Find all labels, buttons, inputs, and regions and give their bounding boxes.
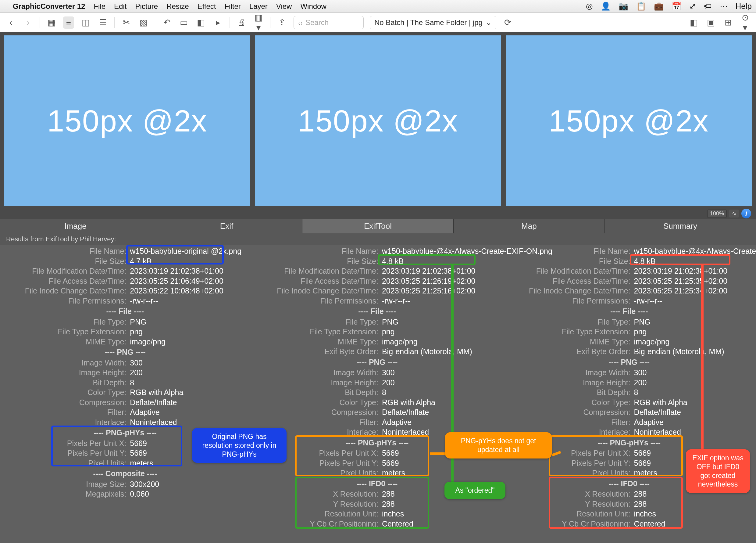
tag-icon[interactable]: 🏷 (704, 2, 712, 11)
exif-label: File Permissions: (256, 296, 382, 306)
exif-row: Compression:Deflate/Inflate (256, 407, 499, 417)
menu-view[interactable]: View (276, 2, 292, 11)
ellipsis-icon[interactable]: ⋯ (720, 2, 728, 11)
search-input[interactable]: ⌕ Search (294, 16, 364, 29)
exif-label: File Name: (4, 246, 130, 256)
menu-effect[interactable]: Effect (198, 2, 216, 11)
exif-row: File Size:4.8 kB (508, 256, 751, 266)
exif-row: MIME Type:image/png (4, 337, 247, 347)
tab-summary[interactable]: Summary (605, 219, 756, 233)
more-icon[interactable]: ⊙ ▾ (740, 12, 751, 33)
briefcase-icon[interactable]: 💼 (654, 2, 664, 11)
histogram-icon[interactable]: ∿ (729, 209, 739, 217)
export-icon[interactable]: ⟳ (502, 17, 513, 27)
exif-value: 2023:05:25 21:25:34+02:00 (634, 286, 751, 296)
exif-row: File Name:w150-babyblue-@4x-Always-Creat… (256, 246, 499, 256)
chevron-down-icon: ⌄ (486, 18, 492, 27)
exif-value: inches (634, 509, 751, 519)
panel1-icon[interactable]: ◧ (688, 17, 699, 27)
stack-icon[interactable]: ▸ (212, 17, 223, 27)
exif-value: 200 (634, 378, 751, 388)
print-icon[interactable]: 🖨 (236, 17, 247, 27)
nav-back-icon[interactable]: ‹ (5, 18, 16, 27)
thumbnail-1[interactable]: 150px @2x (4, 35, 250, 206)
app-name[interactable]: GraphicConverter 12 (13, 2, 85, 11)
share-icon[interactable]: ⇪ (276, 17, 287, 27)
exif-row: Color Type:RGB with Alpha (256, 398, 499, 408)
results-source-line: Results from ExifTool by Phil Harvey: (0, 233, 756, 245)
paint-icon[interactable]: ▧ (138, 17, 149, 27)
exif-value: 0.060 (130, 489, 246, 499)
exif-label: Image Width: (508, 368, 634, 378)
exif-row: File Name:w150-babyblue-original @2x.png (4, 246, 247, 256)
exif-value: 288 (382, 499, 498, 509)
menu-layer[interactable]: Layer (249, 2, 268, 11)
exif-data-pane: File Name:w150-babyblue-original @2x.png… (0, 245, 756, 543)
exif-value: Deflate/Inflate (130, 398, 246, 408)
exif-row: Filter:Adaptive (4, 407, 247, 417)
tab-map[interactable]: Map (454, 219, 605, 233)
menu-file[interactable]: File (94, 2, 105, 11)
exif-row: Megapixels:0.060 (4, 489, 247, 499)
callout-original: Original PNG has resolution stored only … (192, 428, 287, 463)
user-icon[interactable]: 👤 (601, 2, 611, 11)
exif-value: w150-babyblue-@4x-Always-Create-EXIF-OFF… (634, 246, 756, 256)
tab-exiftool[interactable]: ExifTool (302, 219, 454, 233)
calendar-icon[interactable]: 📅 (672, 2, 681, 11)
nav-forward-icon[interactable]: › (23, 18, 34, 27)
card-icon[interactable]: ▭ (178, 17, 189, 27)
exif-value: png (130, 327, 246, 337)
size-icon[interactable]: ▥ ▾ (253, 12, 264, 33)
view-detail-icon[interactable]: ☰ (97, 17, 108, 27)
exif-value: 300 (634, 368, 751, 378)
exif-label: Y Resolution: (508, 499, 634, 509)
exif-value: 2023:05:25 21:06:49+02:00 (130, 276, 246, 286)
compress-icon[interactable]: ⤢ (689, 2, 696, 11)
exif-label: File Inode Change Date/Time: (508, 286, 634, 296)
exif-row: Y Resolution:288 (256, 499, 499, 509)
exif-row: File Inode Change Date/Time:2023:05:22 1… (4, 286, 247, 296)
camera-icon[interactable]: 📷 (619, 2, 628, 11)
target-icon[interactable]: ◎ (586, 2, 593, 11)
exif-label: Megapixels: (4, 489, 130, 499)
exif-value: 8 (382, 388, 498, 398)
exif-value: RGB with Alpha (634, 398, 751, 408)
crop-icon[interactable]: ✂ (121, 17, 132, 27)
section-header: ---- File ---- (256, 306, 499, 317)
exif-row: Image Height:200 (256, 378, 499, 388)
exif-value: -rw-r--r-- (382, 296, 498, 306)
tab-image[interactable]: Image (0, 219, 151, 233)
panel3-icon[interactable]: ⊞ (722, 17, 733, 27)
thumbnail-2[interactable]: 150px @2x (255, 35, 501, 206)
menu-window[interactable]: Window (300, 2, 326, 11)
exif-row: Exif Byte Order:Big-endian (Motorola, MM… (256, 347, 499, 357)
info-icon[interactable]: i (741, 209, 751, 218)
menu-picture[interactable]: Picture (135, 2, 158, 11)
exif-value: RGB with Alpha (382, 398, 498, 408)
clipboard-icon[interactable]: 📋 (636, 2, 646, 11)
exif-label: File Access Date/Time: (508, 276, 634, 286)
exif-value: png (382, 327, 498, 337)
tab-exif[interactable]: Exif (151, 219, 302, 233)
view-grid-icon[interactable]: ▦ (46, 17, 57, 27)
callout-ordered: As "ordered" (444, 482, 505, 499)
exif-value: png (634, 327, 751, 337)
exif-row: Color Type:RGB with Alpha (4, 388, 247, 398)
tag2-icon[interactable]: ◧ (195, 17, 206, 27)
menu-edit[interactable]: Edit (114, 2, 127, 11)
exif-value: 2023:05:22 10:08:48+02:00 (130, 286, 246, 296)
exif-row: Image Width:300 (256, 368, 499, 378)
view-list-icon[interactable]: ≡ (63, 16, 74, 29)
thumbnail-3[interactable]: 150px @2x (506, 35, 752, 206)
zoom-badge[interactable]: 100% (707, 209, 727, 218)
exif-label: Color Type: (4, 388, 130, 398)
exif-label: File Type: (4, 317, 130, 327)
view-columns-icon[interactable]: ◫ (80, 17, 91, 27)
undo-icon[interactable]: ↶ (161, 17, 172, 27)
menu-help[interactable]: Help (736, 2, 752, 11)
menu-filter[interactable]: Filter (224, 2, 241, 11)
batch-dropdown[interactable]: No Batch | The Same Folder | jpg ⌄ (370, 16, 496, 29)
panel2-icon[interactable]: ▣ (705, 17, 716, 27)
menu-resize[interactable]: Resize (166, 2, 189, 11)
exif-value: 200 (382, 378, 498, 388)
